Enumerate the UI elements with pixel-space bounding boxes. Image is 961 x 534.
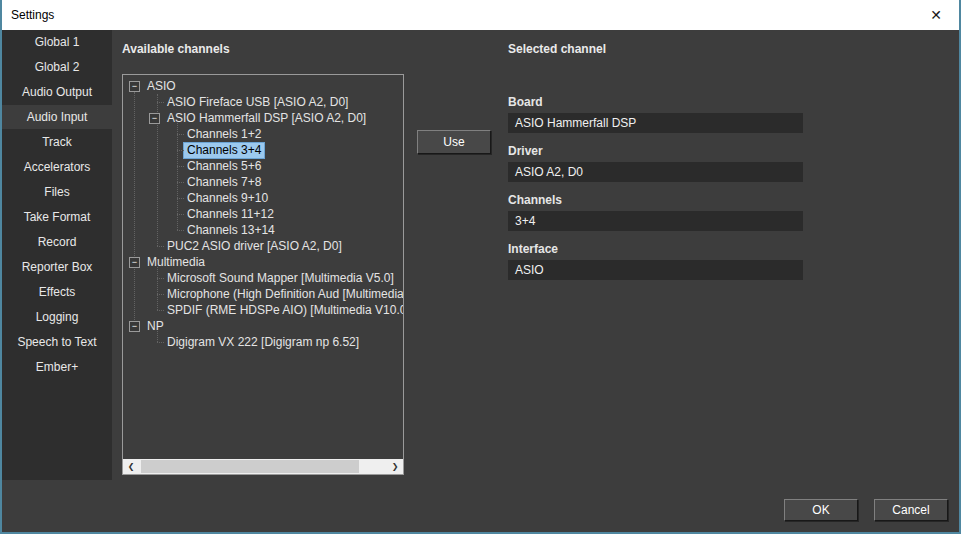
tree-item-label[interactable]: PUC2 ASIO driver [ASIO A2, D0]	[164, 239, 345, 254]
tree-row[interactable]: Channels 3+4	[123, 142, 403, 158]
tree-row[interactable]: PUC2 ASIO driver [ASIO A2, D0]	[123, 238, 403, 254]
tree-row[interactable]: Digigram VX 222 [Digigram np 6.52]	[123, 334, 403, 350]
tree-item-label[interactable]: ASIO Fireface USB [ASIO A2, D0]	[164, 95, 351, 110]
field-label: Board	[508, 95, 803, 109]
channel-tree-panel: −ASIOASIO Fireface USB [ASIO A2, D0]−ASI…	[122, 74, 404, 475]
sidebar-item-label: Global 2	[35, 60, 80, 74]
tree-item-label[interactable]: ASIO	[144, 79, 179, 94]
sidebar-item-label: Logging	[36, 310, 79, 324]
tree-row[interactable]: −ASIO Hammerfall DSP [ASIO A2, D0]	[123, 110, 403, 126]
sidebar-item-label: Audio Output	[22, 85, 92, 99]
field-value[interactable]: ASIO	[508, 260, 803, 280]
tree-row[interactable]: −NP	[123, 318, 403, 334]
tree-row[interactable]: Channels 7+8	[123, 174, 403, 190]
collapse-icon[interactable]: −	[149, 113, 160, 124]
cancel-button[interactable]: Cancel	[874, 499, 948, 521]
field-group-interface: InterfaceASIO	[508, 242, 803, 280]
tree-connector	[177, 123, 178, 230]
tree-item-label[interactable]: Channels 7+8	[184, 175, 264, 190]
field-group-board: BoardASIO Hammerfall DSP	[508, 95, 803, 133]
sidebar-item-label: Ember+	[36, 360, 78, 374]
tree-connector	[134, 92, 135, 326]
sidebar-item-label: Speech to Text	[17, 335, 96, 349]
field-list: BoardASIO Hammerfall DSPDriverASIO A2, D…	[508, 95, 803, 291]
sidebar-item-record[interactable]: Record	[2, 230, 112, 254]
sidebar-item-label: Track	[42, 135, 72, 149]
tree-item-label[interactable]: Microsoft Sound Mapper [Multimedia V5.0]	[164, 271, 397, 286]
title-bar: Settings ✕	[2, 0, 959, 30]
selected-channel-label: Selected channel	[508, 42, 606, 56]
field-label: Channels	[508, 193, 803, 207]
tree-item-label[interactable]: ASIO Hammerfall DSP [ASIO A2, D0]	[164, 111, 369, 126]
collapse-icon[interactable]: −	[129, 321, 140, 332]
tree-connector	[157, 267, 158, 310]
tree-row[interactable]: SPDIF (RME HDSPe AIO) [Multimedia V10.0]	[123, 302, 403, 318]
sidebar-item-audio-output[interactable]: Audio Output	[2, 80, 112, 104]
sidebar-item-label: Reporter Box	[22, 260, 93, 274]
scrollbar-thumb[interactable]	[141, 460, 359, 473]
field-value[interactable]: ASIO Hammerfall DSP	[508, 113, 803, 133]
close-icon[interactable]: ✕	[913, 0, 959, 30]
sidebar-item-audio-input[interactable]: Audio Input	[2, 105, 112, 129]
field-label: Driver	[508, 144, 803, 158]
sidebar-item-accelerators[interactable]: Accelerators	[2, 155, 112, 179]
scroll-left-icon[interactable]: ❮	[123, 459, 139, 474]
horizontal-scrollbar[interactable]: ❮ ❯	[123, 459, 403, 474]
field-label: Interface	[508, 242, 803, 256]
main-panel: Available channels Selected channel −ASI…	[112, 30, 959, 532]
sidebar-item-label: Files	[44, 185, 69, 199]
sidebar-item-files[interactable]: Files	[2, 180, 112, 204]
tree-item-label[interactable]: Channels 3+4	[184, 143, 264, 158]
sidebar-item-speech-to-text[interactable]: Speech to Text	[2, 330, 112, 354]
sidebar-item-global-2[interactable]: Global 2	[2, 55, 112, 79]
field-value[interactable]: 3+4	[508, 211, 803, 231]
tree-item-label[interactable]: SPDIF (RME HDSPe AIO) [Multimedia V10.0]	[164, 303, 403, 318]
tree-item-label[interactable]: Channels 9+10	[184, 191, 271, 206]
tree-row[interactable]: ASIO Fireface USB [ASIO A2, D0]	[123, 94, 403, 110]
tree-item-label[interactable]: Channels 13+14	[184, 223, 278, 238]
tree-row[interactable]: −ASIO	[123, 78, 403, 94]
sidebar-item-ember-[interactable]: Ember+	[2, 355, 112, 379]
tree-item-label[interactable]: Digigram VX 222 [Digigram np 6.52]	[164, 335, 362, 350]
tree-row[interactable]: Channels 1+2	[123, 126, 403, 142]
tree-item-label[interactable]: Multimedia	[144, 255, 208, 270]
sidebar-item-take-format[interactable]: Take Format	[2, 205, 112, 229]
sidebar-item-reporter-box[interactable]: Reporter Box	[2, 255, 112, 279]
sidebar-item-label: Take Format	[24, 210, 91, 224]
field-value[interactable]: ASIO A2, D0	[508, 162, 803, 182]
ok-button[interactable]: OK	[784, 499, 858, 521]
window-title: Settings	[2, 8, 913, 22]
tree-row[interactable]: Channels 13+14	[123, 222, 403, 238]
sidebar-item-effects[interactable]: Effects	[2, 280, 112, 304]
field-group-driver: DriverASIO A2, D0	[508, 144, 803, 182]
tree-row[interactable]: Microsoft Sound Mapper [Multimedia V5.0]	[123, 270, 403, 286]
tree-item-label[interactable]: Channels 1+2	[184, 127, 264, 142]
sidebar-item-label: Audio Input	[27, 110, 88, 124]
tree: −ASIOASIO Fireface USB [ASIO A2, D0]−ASI…	[123, 75, 403, 474]
tree-item-label[interactable]: Microphone (High Definition Aud [Multime…	[164, 287, 403, 302]
sidebar: Global 1Global 2Audio OutputAudio InputT…	[2, 30, 112, 480]
sidebar-item-label: Record	[38, 235, 77, 249]
dialog-body: Global 1Global 2Audio OutputAudio InputT…	[2, 30, 959, 532]
settings-window: Settings ✕ Global 1Global 2Audio OutputA…	[0, 0, 961, 534]
field-group-channels: Channels3+4	[508, 193, 803, 231]
tree-row[interactable]: −Multimedia	[123, 254, 403, 270]
tree-row[interactable]: Channels 11+12	[123, 206, 403, 222]
collapse-icon[interactable]: −	[129, 257, 140, 268]
sidebar-item-label: Global 1	[35, 35, 80, 49]
sidebar-item-logging[interactable]: Logging	[2, 305, 112, 329]
tree-row[interactable]: Microphone (High Definition Aud [Multime…	[123, 286, 403, 302]
sidebar-item-label: Accelerators	[24, 160, 91, 174]
tree-item-label[interactable]: Channels 5+6	[184, 159, 264, 174]
tree-item-label[interactable]: Channels 11+12	[184, 207, 277, 222]
scroll-right-icon[interactable]: ❯	[387, 459, 403, 474]
sidebar-item-label: Effects	[39, 285, 75, 299]
tree-connector	[157, 331, 158, 342]
tree-row[interactable]: Channels 5+6	[123, 158, 403, 174]
sidebar-item-global-1[interactable]: Global 1	[2, 30, 112, 54]
collapse-icon[interactable]: −	[129, 81, 140, 92]
tree-row[interactable]: Channels 9+10	[123, 190, 403, 206]
use-button[interactable]: Use	[417, 130, 491, 154]
sidebar-item-track[interactable]: Track	[2, 130, 112, 154]
tree-item-label[interactable]: NP	[144, 319, 167, 334]
